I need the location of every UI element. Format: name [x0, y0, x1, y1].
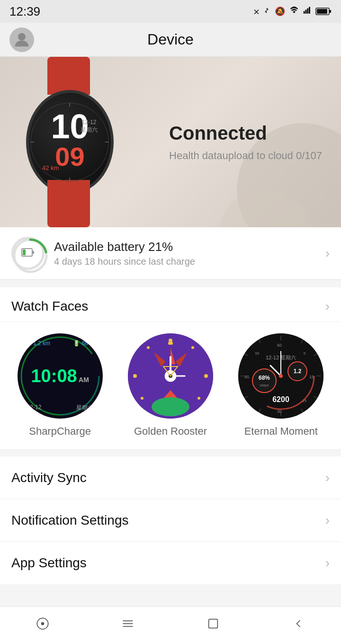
- svg-rect-1: [305, 9, 307, 13]
- svg-point-8: [31, 103, 109, 181]
- svg-text:60: 60: [277, 343, 282, 348]
- bottom-nav: [0, 606, 341, 644]
- watch-faces-grid: ✦ 1.2 km 🔋 68% 10:08 AM 12-12 星期六 SharpC…: [0, 322, 341, 449]
- eternal-moment-label: Eternal Moment: [244, 425, 318, 438]
- watch-faces-chevron-icon: ›: [325, 299, 330, 314]
- nav-menu[interactable]: [114, 611, 142, 640]
- watch-faces-header[interactable]: Watch Faces ›: [0, 287, 341, 322]
- app-settings-chevron-icon: ›: [325, 555, 330, 571]
- sc-date: 12-12: [27, 404, 42, 412]
- svg-text:6200: 6200: [273, 395, 290, 403]
- svg-text:30: 30: [277, 409, 282, 414]
- svg-point-25: [191, 346, 194, 349]
- svg-rect-3: [309, 7, 310, 13]
- nav-home[interactable]: [28, 611, 57, 640]
- sc-ampm: AM: [77, 376, 89, 384]
- battery-level-icon: [315, 7, 332, 16]
- svg-point-72: [42, 623, 44, 625]
- notification-settings-item[interactable]: Notification Settings ›: [0, 499, 341, 542]
- back-icon: [292, 617, 305, 634]
- svg-point-7: [18, 33, 26, 40]
- notification-settings-label: Notification Settings: [11, 513, 128, 528]
- menu-icon: [121, 617, 135, 634]
- bluetooth-icon: ⨯: [253, 6, 271, 17]
- watch-faces-title: Watch Faces: [11, 299, 88, 314]
- sharpcharge-bottom: 12-12 星期六: [18, 404, 103, 412]
- activity-sync-label: Activity Sync: [11, 470, 87, 485]
- sc-km: ✦ 1.2 km: [27, 340, 50, 347]
- eternal-moment-svg: 60 30 15 45 5 25 55 12-12 星期六 68% steps: [238, 333, 323, 419]
- section-divider-1: [0, 280, 341, 287]
- svg-point-33: [152, 397, 189, 416]
- golden-rooster-face: [128, 333, 213, 419]
- menu-section: Activity Sync › Notification Settings › …: [0, 456, 341, 584]
- svg-rect-38: [168, 342, 173, 345]
- svg-text:45: 45: [244, 375, 249, 379]
- avatar[interactable]: [9, 27, 34, 52]
- watch-ticks-svg: [29, 93, 111, 191]
- svg-rect-6: [317, 9, 327, 14]
- connection-status: Connected: [169, 123, 322, 144]
- watch-body: 42 km 12-12 星期六 10 09: [26, 90, 114, 194]
- section-divider-2: [0, 449, 341, 456]
- battery-since-label: 4 days 18 hours since last charge: [54, 256, 325, 267]
- svg-point-22: [204, 374, 208, 378]
- notification-settings-chevron-icon: ›: [325, 513, 330, 528]
- sharpcharge-top: ✦ 1.2 km 🔋 68%: [18, 340, 103, 347]
- sharpcharge-face: ✦ 1.2 km 🔋 68% 10:08 AM 12-12 星期六: [18, 333, 103, 419]
- activity-sync-item[interactable]: Activity Sync ›: [0, 456, 341, 499]
- eternal-moment-face: 60 30 15 45 5 25 55 12-12 星期六 68% steps: [238, 333, 323, 419]
- svg-rect-2: [307, 8, 308, 13]
- golden-rooster-label: Golden Rooster: [134, 425, 207, 438]
- bell-off-icon: 🔕: [275, 6, 285, 17]
- svg-text:steps: steps: [260, 383, 269, 387]
- svg-text:5: 5: [304, 351, 306, 356]
- watch-illustration: 42 km 12-12 星期六 10 09: [0, 57, 152, 227]
- battery-circle: [11, 237, 45, 270]
- watch-faces-section: Watch Faces › ✦ 1.2 km 🔋 68% 10:08 AM: [0, 287, 341, 449]
- status-time: 12:39: [9, 4, 40, 19]
- wifi-icon: [289, 6, 299, 17]
- svg-text:55: 55: [255, 351, 260, 356]
- activity-sync-chevron-icon: ›: [325, 470, 330, 485]
- svg-point-21: [169, 339, 172, 342]
- status-bar: 12:39 ⨯ 🔕: [0, 0, 341, 23]
- recent-icon: [206, 617, 220, 634]
- svg-point-28: [147, 346, 150, 349]
- nav-recent[interactable]: [199, 611, 227, 640]
- app-settings-label: App Settings: [11, 555, 87, 571]
- battery-percent-label: Available battery 21%: [54, 240, 325, 254]
- svg-point-24: [133, 374, 137, 378]
- svg-rect-76: [209, 619, 218, 628]
- watch-face-eternal[interactable]: 60 30 15 45 5 25 55 12-12 星期六 68% steps: [229, 333, 333, 438]
- sc-battery: 🔋 68%: [73, 340, 93, 347]
- home-icon: [36, 617, 49, 634]
- user-icon: [13, 31, 31, 49]
- status-icons: ⨯ 🔕: [253, 6, 332, 17]
- page-title: Device: [147, 31, 194, 48]
- battery-section[interactable]: Available battery 21% 4 days 18 hours si…: [0, 227, 341, 280]
- watch-face-sharpcharge[interactable]: ✦ 1.2 km 🔋 68% 10:08 AM 12-12 星期六 SharpC…: [8, 333, 112, 438]
- hero-text: Connected Health dataupload to cloud 0/1…: [169, 123, 322, 162]
- sharpcharge-label: SharpCharge: [29, 425, 91, 438]
- sc-day: 星期六: [76, 404, 93, 412]
- golden-rooster-svg: [128, 333, 213, 419]
- nav-back[interactable]: [284, 611, 313, 640]
- battery-chevron-icon: ›: [325, 246, 330, 261]
- svg-text:68%: 68%: [259, 375, 270, 381]
- watch-face-golden-rooster[interactable]: Golden Rooster: [118, 333, 223, 438]
- hero-banner: 42 km 12-12 星期六 10 09 Connected Health d…: [0, 57, 341, 227]
- battery-text: Available battery 21% 4 days 18 hours si…: [54, 240, 325, 267]
- svg-point-70: [279, 374, 283, 378]
- signal-icon: [303, 6, 312, 17]
- sc-time: 10:08 AM: [31, 367, 89, 385]
- svg-point-26: [197, 397, 200, 400]
- hero-subtitle: Health dataupload to cloud 0/107: [169, 150, 322, 162]
- app-bar: Device: [0, 23, 341, 57]
- battery-arc-svg: [11, 237, 49, 275]
- svg-rect-5: [329, 10, 331, 13]
- svg-text:1.2: 1.2: [294, 368, 302, 375]
- svg-point-27: [141, 397, 144, 400]
- watch-strap-top: [47, 57, 90, 95]
- app-settings-item[interactable]: App Settings ›: [0, 542, 341, 584]
